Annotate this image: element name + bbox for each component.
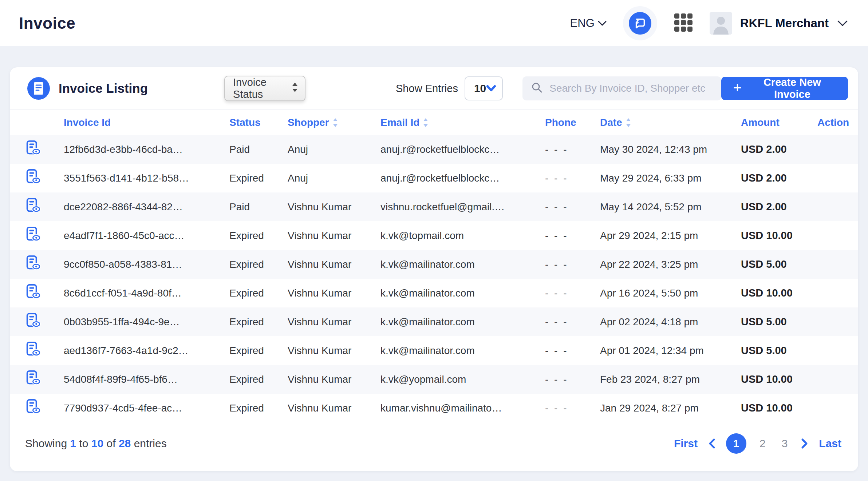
invoice-id-cell: e4adf7f1-1860-45c0-acc… xyxy=(64,230,229,242)
invoice-id-cell: 3551f563-d141-4b12-b58… xyxy=(64,172,229,184)
shopper-cell: Anuj xyxy=(288,172,380,184)
amount-cell: USD 2.00 xyxy=(741,201,817,213)
avatar xyxy=(710,12,732,35)
view-invoice-icon[interactable] xyxy=(25,398,42,415)
invoice-id-cell: 7790d937-4cd5-4fee-ac… xyxy=(64,402,229,414)
pagination-page-3[interactable]: 3 xyxy=(779,437,791,450)
table-row: 12fb6d3d-e3bb-46cd-ba… Paid Anuj anuj.r@… xyxy=(10,135,858,164)
language-selector[interactable]: ENG xyxy=(570,17,607,30)
apps-grid-icon xyxy=(673,12,694,34)
table-row: e4adf7f1-1860-45c0-acc… Expired Vishnu K… xyxy=(10,221,858,250)
shopper-cell: Vishnu Kumar xyxy=(288,287,380,299)
shopper-cell: Vishnu Kumar xyxy=(288,345,380,357)
pagination-page-1[interactable]: 1 xyxy=(726,433,746,454)
invoice-id-cell: 12fb6d3d-e3bb-46cd-ba… xyxy=(64,144,229,155)
view-invoice-icon[interactable] xyxy=(25,283,42,300)
chevron-right-icon[interactable] xyxy=(801,438,809,449)
pagination-page-2[interactable]: 2 xyxy=(757,437,769,450)
amount-cell: USD 5.00 xyxy=(741,258,817,270)
chevron-down-icon xyxy=(597,20,607,27)
email-cell: kumar.vishnu@mailinato… xyxy=(380,402,545,414)
create-button-label: Create New Invoice xyxy=(748,76,836,100)
invoice-id-cell: 54d08f4f-89f9-4f65-bf6… xyxy=(64,374,229,385)
date-cell: Apr 02 2024, 4:18 pm xyxy=(600,316,741,328)
invoice-status-select[interactable]: Invoice Status xyxy=(224,76,305,101)
column-header-shopper[interactable]: Shopper xyxy=(288,117,380,128)
amount-cell: USD 10.00 xyxy=(741,287,817,299)
table-row: 8c6d1ccf-f051-4a9d-80f… Expired Vishnu K… xyxy=(10,279,858,307)
phone-cell: - - - xyxy=(545,259,600,270)
amount-cell: USD 10.00 xyxy=(741,373,817,385)
phone-cell: - - - xyxy=(545,287,600,299)
email-cell: k.vk@yopmail.com xyxy=(380,374,545,385)
email-cell: anuj.r@rocketfuelblockc… xyxy=(380,172,545,184)
email-cell: k.vk@mailinator.com xyxy=(380,287,545,299)
shopper-cell: Vishnu Kumar xyxy=(288,402,380,414)
plus-icon: + xyxy=(733,80,741,95)
phone-cell: - - - xyxy=(545,144,600,155)
chevron-left-icon[interactable] xyxy=(708,438,716,449)
view-invoice-icon[interactable] xyxy=(25,168,42,185)
search-box xyxy=(522,76,721,100)
table-body: 12fb6d3d-e3bb-46cd-ba… Paid Anuj anuj.r@… xyxy=(10,135,858,422)
column-header-email-id[interactable]: Email Id xyxy=(380,117,545,128)
invoice-id-cell: 8c6d1ccf-f051-4a9d-80f… xyxy=(64,287,229,299)
invoice-id-cell: dce22082-886f-4344-82… xyxy=(64,201,229,213)
email-cell: k.vk@mailinator.com xyxy=(380,316,545,328)
date-cell: Apr 16 2024, 5:50 pm xyxy=(600,287,741,299)
table-row: 3551f563-d141-4b12-b58… Expired Anuj anu… xyxy=(10,164,858,192)
email-cell: vishnu.rocketfuel@gmail.… xyxy=(380,201,545,213)
chevron-down-icon xyxy=(837,20,848,27)
table-footer: Showing 1 to 10 of 28 entries First 1 2 … xyxy=(10,422,858,471)
view-invoice-icon[interactable] xyxy=(25,370,42,386)
amount-cell: USD 10.00 xyxy=(741,402,817,414)
sort-icon xyxy=(333,118,338,127)
select-spin-arrows-icon xyxy=(292,82,298,95)
date-cell: Apr 29 2024, 2:15 pm xyxy=(600,230,741,242)
shopper-cell: Vishnu Kumar xyxy=(288,374,380,385)
status-cell: Paid xyxy=(229,144,288,155)
entries-per-page-select[interactable]: 10 xyxy=(465,76,503,100)
profile-menu[interactable]: RKFL Merchant xyxy=(710,12,848,35)
amount-cell: USD 2.00 xyxy=(741,143,817,155)
amount-cell: USD 5.00 xyxy=(741,316,817,328)
show-entries-label: Show Entries xyxy=(396,83,458,95)
phone-cell: - - - xyxy=(545,345,600,357)
column-header-date[interactable]: Date xyxy=(600,117,741,128)
view-invoice-icon[interactable] xyxy=(25,197,42,214)
sort-icon xyxy=(423,118,428,127)
pagination-last[interactable]: Last xyxy=(819,437,841,450)
view-invoice-icon[interactable] xyxy=(25,226,42,243)
invoice-listing-card: Invoice Listing Invoice Status Show Entr… xyxy=(10,67,858,471)
table-row: 7790d937-4cd5-4fee-ac… Expired Vishnu Ku… xyxy=(10,394,858,422)
date-cell: Feb 23 2024, 8:27 pm xyxy=(600,374,741,385)
pagination: First 1 2 3 Last xyxy=(674,433,841,454)
search-input[interactable] xyxy=(549,83,713,94)
invoice-id-cell: aed136f7-7663-4a1d-9c2… xyxy=(64,345,229,357)
date-cell: May 29 2024, 6:33 pm xyxy=(600,172,741,184)
date-cell: Apr 22 2024, 3:25 pm xyxy=(600,259,741,270)
apps-grid-button[interactable] xyxy=(673,12,694,34)
view-invoice-icon[interactable] xyxy=(25,255,42,271)
column-header-amount: Amount xyxy=(741,117,817,128)
view-invoice-icon[interactable] xyxy=(25,312,42,329)
merchant-name: RKFL Merchant xyxy=(740,16,829,30)
support-chat-button[interactable] xyxy=(623,6,657,40)
phone-cell: - - - xyxy=(545,230,600,242)
chevron-down-icon xyxy=(486,82,496,95)
shopper-cell: Anuj xyxy=(288,144,380,155)
listing-title: Invoice Listing xyxy=(59,81,148,96)
date-cell: May 30 2024, 12:43 pm xyxy=(600,144,741,155)
amount-cell: USD 10.00 xyxy=(741,230,817,242)
status-cell: Expired xyxy=(229,316,288,328)
pagination-first[interactable]: First xyxy=(674,437,698,450)
create-new-invoice-button[interactable]: + Create New Invoice xyxy=(721,77,848,100)
view-invoice-icon[interactable] xyxy=(25,140,42,156)
showing-to: 10 xyxy=(91,437,103,449)
date-cell: Apr 01 2024, 12:34 pm xyxy=(600,345,741,357)
table-row: aed136f7-7663-4a1d-9c2… Expired Vishnu K… xyxy=(10,336,858,365)
shopper-cell: Vishnu Kumar xyxy=(288,230,380,242)
entries-per-page-value: 10 xyxy=(474,82,486,95)
view-invoice-icon[interactable] xyxy=(25,341,42,358)
column-header-invoice-id: Invoice Id xyxy=(64,117,229,128)
